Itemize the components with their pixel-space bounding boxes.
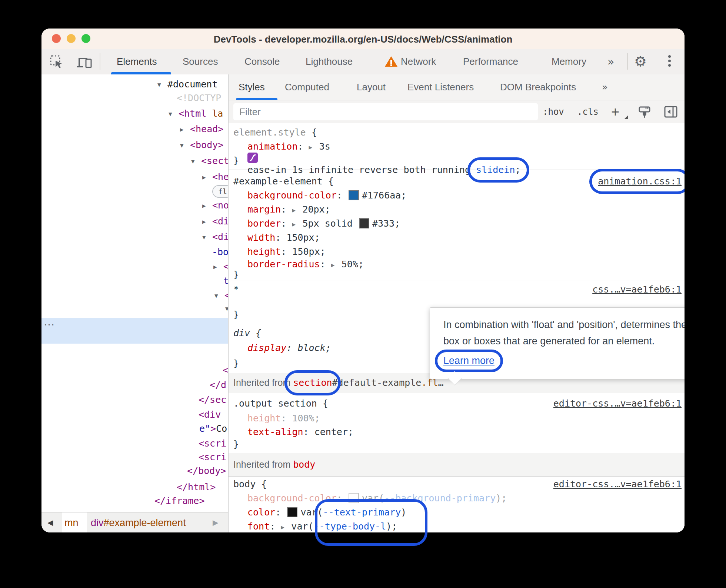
collapse-arrow-icon[interactable]: ▾ <box>169 107 179 121</box>
dom-tree-row[interactable]: <scri <box>199 450 226 464</box>
expand-arrow-icon[interactable]: ▸ <box>292 217 302 231</box>
new-rule-dropdown-triangle[interactable] <box>624 115 628 119</box>
dom-tree-row[interactable]: </sec <box>199 393 226 407</box>
inspect-element-icon[interactable] <box>50 55 64 69</box>
rendering-brush-icon[interactable] <box>638 106 651 119</box>
stylesheet-link[interactable]: animation.css:1 <box>598 176 682 187</box>
expand-arrow-icon[interactable]: ▸ <box>292 203 302 217</box>
decl-animation[interactable]: animation: ▸3s ease-in 1s infinite rever… <box>229 140 685 154</box>
dom-tree-row[interactable]: </html> <box>177 480 216 494</box>
collapse-arrow-icon[interactable]: ▾ <box>214 288 224 303</box>
expand-arrow-icon[interactable]: ▸ <box>202 170 212 184</box>
expand-arrow-icon[interactable]: ▸ <box>202 214 212 228</box>
stylesheet-link[interactable]: editor-css.…v=ae1feb6:1 <box>553 398 682 409</box>
sidebar-tab-computed[interactable]: Computed <box>285 74 329 100</box>
dom-tree-row[interactable]: ▸< <box>213 260 229 274</box>
color-swatch-empty[interactable] <box>349 493 359 503</box>
dom-tree-row[interactable]: ▸<no <box>202 198 229 213</box>
dom-tree-row[interactable]: e">Co <box>199 422 227 436</box>
expand-arrow-icon[interactable]: ▸ <box>213 260 223 274</box>
color-swatch[interactable] <box>349 190 359 200</box>
dom-tree-row[interactable]: ▾ <box>225 301 229 315</box>
toolbar-tab-lighthouse[interactable]: Lighthouse <box>306 49 353 74</box>
dom-tree-row[interactable]: ▾< <box>214 288 229 303</box>
dom-tree-row[interactable]: fl <box>212 184 229 198</box>
sidebar-tab-eventlisteners[interactable]: Event Listeners <box>407 74 474 100</box>
decl-background-color-var[interactable]: background-color: var(--background-prima… <box>229 491 685 505</box>
rule-close[interactable]: } <box>229 268 685 282</box>
learn-more-link[interactable]: Learn more <box>443 355 494 366</box>
collapse-arrow-icon[interactable]: ▾ <box>157 77 167 91</box>
dom-tree-row[interactable]: ▸<he <box>202 170 229 184</box>
sidebar-tab-dombreakpoints[interactable]: DOM Breakpoints <box>500 74 576 100</box>
new-style-rule-button[interactable]: + <box>611 100 619 123</box>
rule-close[interactable]: } <box>229 437 685 451</box>
dom-tree-row[interactable]: <!DOCTYP <box>177 91 221 105</box>
toolbar-tab-console[interactable]: Console <box>244 49 280 74</box>
collapse-arrow-icon[interactable]: ▾ <box>180 138 190 152</box>
sidebar-tab-layout[interactable]: Layout <box>357 74 386 100</box>
dom-tree-row[interactable]: ▾<body> <box>180 138 223 152</box>
dom-tree-row[interactable]: ▾<sect <box>191 154 229 168</box>
dom-tree-row[interactable]: < <box>223 363 228 377</box>
breadcrumb-back-icon[interactable]: ◀ <box>47 512 53 532</box>
color-swatch[interactable] <box>287 507 297 517</box>
dom-tree-row[interactable]: <scri <box>199 437 226 451</box>
dom-tree-row[interactable]: </iframe> <box>154 494 204 508</box>
toolbar-tab-performance[interactable]: Performance <box>463 49 518 74</box>
breadcrumb-selected-element[interactable]: div#example-element <box>91 512 186 532</box>
dom-tree-row[interactable]: ▾#document <box>157 77 217 91</box>
decl-font-var[interactable]: font: ▸var(--type-body-l); <box>229 519 685 532</box>
more-options-kebab-icon[interactable] <box>668 55 671 69</box>
toolbar-tab-elements[interactable]: Elements <box>117 49 157 74</box>
rule-selector-body[interactable]: body {editor-css.…v=ae1feb6:1 <box>229 477 685 491</box>
collapse-arrow-icon[interactable]: ▾ <box>202 230 212 244</box>
rule-selector-star[interactable]: *css.…v=ae1feb6:1 <box>229 283 685 297</box>
stylesheet-link[interactable]: css.…v=ae1feb6:1 <box>592 284 682 295</box>
flex-badge[interactable]: fl <box>212 185 229 198</box>
collapse-arrow-icon[interactable]: ▾ <box>225 301 229 315</box>
toolbar-tab-[interactable]: » <box>607 49 613 74</box>
stylesheet-link[interactable]: editor-css.…v=ae1feb6:1 <box>553 479 682 490</box>
dom-tree-row[interactable]: </body> <box>187 464 226 478</box>
dom-tree-row[interactable]: <div <box>199 408 221 422</box>
style-filter-input[interactable] <box>233 103 538 120</box>
dom-tree-row[interactable]: ▾<html la <box>169 107 223 121</box>
decl-border[interactable]: border: ▸5px solid #333; <box>229 217 685 231</box>
decl-height-overridden[interactable]: height: 100%; <box>229 411 685 425</box>
dom-tree-row[interactable]: ▸<di <box>202 214 229 228</box>
expand-arrow-icon[interactable]: ▸ <box>281 520 291 532</box>
rule-selector-output-section[interactable]: .output section {editor-css.…v=ae1feb6:1 <box>229 397 685 411</box>
collapse-arrow-icon[interactable]: ▾ <box>191 154 201 168</box>
dock-sidebar-icon[interactable] <box>664 106 678 118</box>
sidebar-tab-[interactable]: » <box>602 74 607 100</box>
rule-close[interactable]: } <box>229 154 685 168</box>
rule-selector-element-style[interactable]: element.style { <box>229 126 685 140</box>
expand-arrow-icon[interactable]: ▸ <box>309 140 319 154</box>
dom-tree-row[interactable]: </d <box>210 378 226 392</box>
decl-margin[interactable]: margin: ▸20px; <box>229 203 685 217</box>
dom-tree-row[interactable]: -bo <box>212 245 229 259</box>
sidebar-tab-styles[interactable]: Styles <box>239 74 265 100</box>
toolbar-tab-sources[interactable]: Sources <box>183 49 218 74</box>
toggle-pseudo-class-button[interactable]: :hov <box>543 100 564 123</box>
toolbar-tab-memory[interactable]: Memory <box>552 49 586 74</box>
decl-color-var[interactable]: color: var(--text-primary) <box>229 505 685 519</box>
expand-arrow-icon[interactable]: ▸ <box>180 122 190 136</box>
decl-width[interactable]: width: 150px; <box>229 231 685 245</box>
dom-tree-row[interactable]: ▾<di <box>202 230 229 244</box>
dom-tree-row[interactable]: ⋯ <box>44 317 55 331</box>
dom-tree-row[interactable]: t <box>223 274 229 288</box>
selected-dom-row[interactable] <box>41 318 228 344</box>
breadcrumb-partial-label[interactable]: mn <box>64 512 79 532</box>
expand-arrow-icon[interactable]: ▸ <box>202 198 212 213</box>
device-toolbar-icon[interactable] <box>77 56 93 69</box>
rule-selector-example-element[interactable]: #example-element {animation.css:1 <box>229 174 685 188</box>
breadcrumb-forward-icon[interactable]: ▶ <box>213 512 218 532</box>
decl-height[interactable]: height: 150px; <box>229 245 685 259</box>
settings-gear-icon[interactable]: ⚙ <box>634 49 647 74</box>
dom-tree-row[interactable]: ▸<head> <box>180 122 223 136</box>
toggle-class-button[interactable]: .cls <box>577 100 599 123</box>
toolbar-tab-network[interactable]: Network <box>401 49 436 74</box>
color-swatch[interactable] <box>359 218 369 228</box>
